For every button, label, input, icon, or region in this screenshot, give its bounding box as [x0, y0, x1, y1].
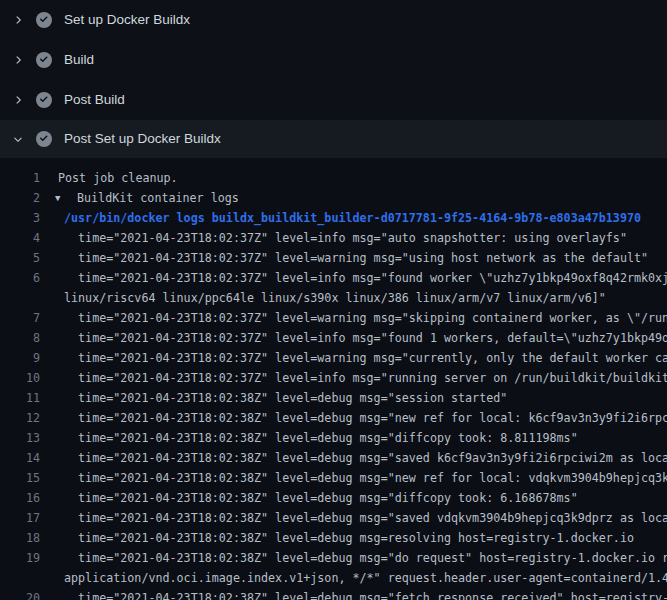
log-text: time="2021-04-23T18:02:38Z" level=debug … — [64, 528, 634, 548]
log-line: 17 time="2021-04-23T18:02:38Z" level=deb… — [0, 508, 667, 528]
log-text: time="2021-04-23T18:02:37Z" level=warnin… — [64, 308, 667, 328]
group-toggle-triangle-down-icon[interactable]: ▼ — [55, 188, 71, 208]
log-text: time="2021-04-23T18:02:37Z" level=info m… — [64, 228, 627, 248]
check-circle-icon — [36, 12, 52, 28]
log-line: 14 time="2021-04-23T18:02:38Z" level=deb… — [0, 448, 667, 468]
log-line: 7 time="2021-04-23T18:02:37Z" level=warn… — [0, 308, 667, 328]
log-text: /usr/bin/docker logs buildx_buildkit_bui… — [64, 208, 641, 228]
line-number[interactable]: 15 — [0, 468, 40, 488]
line-number[interactable]: 16 — [0, 488, 40, 508]
step-header-set-up-docker-buildx[interactable]: Set up Docker Buildx — [0, 0, 667, 40]
log-text: Post job cleanup. — [58, 168, 178, 188]
check-circle-icon — [36, 131, 52, 147]
line-number[interactable]: 8 — [0, 328, 40, 348]
line-number[interactable]: 3 — [0, 208, 40, 228]
log-line: 19 time="2021-04-23T18:02:38Z" level=deb… — [0, 548, 667, 568]
step-label: Build — [64, 52, 94, 68]
log-line: 9 time="2021-04-23T18:02:37Z" level=warn… — [0, 348, 667, 368]
line-number[interactable]: 20 — [0, 588, 40, 600]
log-text: application/vnd.oci.image.index.v1+json,… — [64, 568, 667, 588]
log-line: 20 time="2021-04-23T18:02:38Z" level=deb… — [0, 588, 667, 600]
line-number[interactable]: 9 — [0, 348, 40, 368]
step-label: Post Build — [64, 92, 125, 108]
step-label: Set up Docker Buildx — [64, 12, 190, 28]
check-circle-icon — [36, 52, 52, 68]
line-number[interactable]: 11 — [0, 388, 40, 408]
log-text: time="2021-04-23T18:02:38Z" level=debug … — [64, 428, 578, 448]
log-viewer: 1 Post job cleanup. 2 ▼ BuildKit contain… — [0, 158, 667, 600]
log-text: time="2021-04-23T18:02:38Z" level=debug … — [64, 548, 667, 568]
line-number[interactable]: 17 — [0, 508, 40, 528]
line-number[interactable]: 1 — [0, 168, 40, 188]
log-line: linux/riscv64 linux/ppc64le linux/s390x … — [0, 288, 667, 308]
log-text: time="2021-04-23T18:02:37Z" level=info m… — [64, 368, 667, 388]
log-line: application/vnd.oci.image.index.v1+json,… — [0, 568, 667, 588]
chevron-right-icon — [10, 12, 26, 28]
log-text: time="2021-04-23T18:02:38Z" level=debug … — [64, 488, 578, 508]
log-line: 12 time="2021-04-23T18:02:38Z" level=deb… — [0, 408, 667, 428]
line-number[interactable]: 6 — [0, 268, 40, 288]
line-number[interactable] — [0, 288, 40, 308]
log-text: linux/riscv64 linux/ppc64le linux/s390x … — [64, 288, 606, 308]
step-label: Post Set up Docker Buildx — [64, 131, 221, 147]
line-number[interactable]: 13 — [0, 428, 40, 448]
log-line: 6 time="2021-04-23T18:02:37Z" level=info… — [0, 268, 667, 288]
log-line: 15 time="2021-04-23T18:02:38Z" level=deb… — [0, 468, 667, 488]
chevron-down-icon — [10, 131, 26, 147]
log-text: time="2021-04-23T18:02:38Z" level=debug … — [64, 448, 667, 468]
log-line: 8 time="2021-04-23T18:02:37Z" level=info… — [0, 328, 667, 348]
log-text: time="2021-04-23T18:02:37Z" level=info m… — [64, 268, 667, 288]
line-number[interactable]: 2 — [0, 188, 40, 208]
log-line: 5 time="2021-04-23T18:02:37Z" level=warn… — [0, 248, 667, 268]
log-text: time="2021-04-23T18:02:37Z" level=info m… — [64, 328, 667, 348]
step-header-build[interactable]: Build — [0, 40, 667, 80]
step-header-post-set-up-docker-buildx[interactable]: Post Set up Docker Buildx — [0, 120, 667, 158]
log-line: 4 time="2021-04-23T18:02:37Z" level=info… — [0, 228, 667, 248]
log-text: time="2021-04-23T18:02:38Z" level=debug … — [64, 408, 667, 428]
log-line: 3 /usr/bin/docker logs buildx_buildkit_b… — [0, 208, 667, 228]
log-line: 1 Post job cleanup. — [0, 168, 667, 188]
actions-log-page: Set up Docker Buildx Build Post Build — [0, 0, 667, 600]
log-line: 11 time="2021-04-23T18:02:38Z" level=deb… — [0, 388, 667, 408]
line-number[interactable]: 7 — [0, 308, 40, 328]
line-number[interactable] — [0, 568, 40, 588]
log-text: time="2021-04-23T18:02:37Z" level=warnin… — [64, 348, 667, 368]
step-header-post-build[interactable]: Post Build — [0, 80, 667, 120]
check-circle-icon — [36, 92, 52, 108]
line-number[interactable]: 19 — [0, 548, 40, 568]
log-text: time="2021-04-23T18:02:38Z" level=debug … — [64, 468, 667, 488]
line-number[interactable]: 4 — [0, 228, 40, 248]
line-number[interactable]: 5 — [0, 248, 40, 268]
log-text: time="2021-04-23T18:02:37Z" level=warnin… — [64, 248, 648, 268]
log-text: BuildKit container logs — [77, 188, 239, 208]
line-number[interactable]: 18 — [0, 528, 40, 548]
log-text: time="2021-04-23T18:02:38Z" level=debug … — [64, 508, 667, 528]
steps-list: Set up Docker Buildx Build Post Build — [0, 0, 667, 158]
log-line: 18 time="2021-04-23T18:02:38Z" level=deb… — [0, 528, 667, 548]
line-number[interactable]: 14 — [0, 448, 40, 468]
log-line: 2 ▼ BuildKit container logs — [0, 188, 667, 208]
log-text: time="2021-04-23T18:02:38Z" level=debug … — [64, 388, 507, 408]
log-lines: 1 Post job cleanup. 2 ▼ BuildKit contain… — [0, 168, 667, 600]
log-line: 16 time="2021-04-23T18:02:38Z" level=deb… — [0, 488, 667, 508]
chevron-right-icon — [10, 92, 26, 108]
line-number[interactable]: 10 — [0, 368, 40, 388]
chevron-right-icon — [10, 52, 26, 68]
line-number[interactable]: 12 — [0, 408, 40, 428]
log-line: 13 time="2021-04-23T18:02:38Z" level=deb… — [0, 428, 667, 448]
log-line: 10 time="2021-04-23T18:02:37Z" level=inf… — [0, 368, 667, 388]
log-text: time="2021-04-23T18:02:38Z" level=debug … — [64, 588, 667, 600]
